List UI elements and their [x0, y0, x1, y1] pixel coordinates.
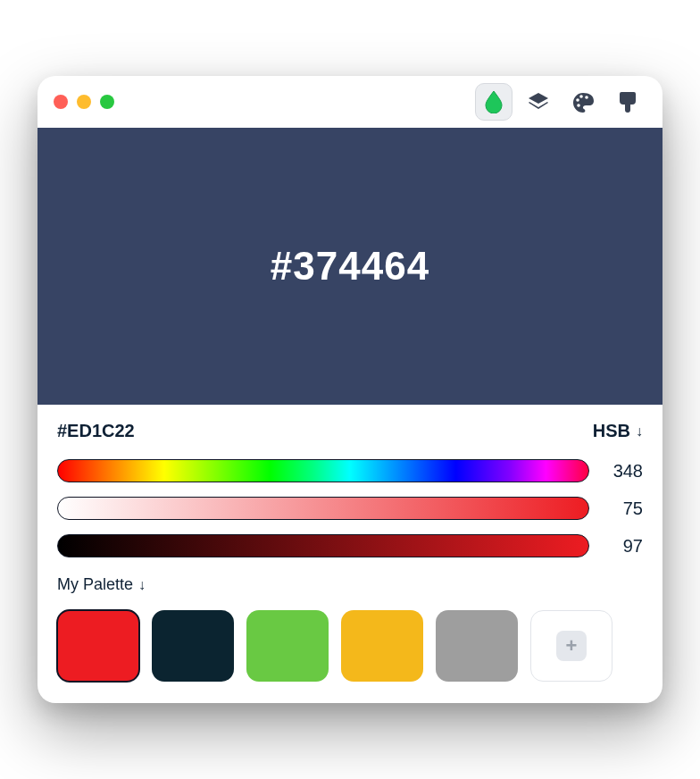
hue-slider[interactable]: [57, 459, 589, 482]
preview-hex-label: #374464: [271, 244, 429, 289]
brush-icon: [618, 90, 638, 113]
svg-point-1: [579, 95, 583, 98]
window-minimize-button[interactable]: [77, 95, 91, 109]
traffic-lights: [54, 95, 114, 109]
layers-icon: [527, 91, 550, 113]
brightness-slider[interactable]: [57, 534, 589, 557]
hue-value: 348: [605, 461, 643, 482]
tool-palette[interactable]: [564, 83, 602, 121]
palette-label: My Palette: [57, 575, 133, 594]
color-mode-select[interactable]: HSB ↓: [593, 421, 643, 441]
app-window: #374464 #ED1C22 HSB ↓ 348 75 97: [38, 76, 662, 703]
plus-icon: +: [556, 631, 587, 661]
swatch-1[interactable]: [152, 610, 234, 682]
saturation-row: 75: [57, 497, 643, 520]
tool-color-picker[interactable]: [475, 83, 512, 121]
color-mode-label: HSB: [593, 421, 630, 441]
svg-point-0: [576, 98, 579, 102]
swatch-0[interactable]: [57, 610, 139, 682]
brightness-row: 97: [57, 534, 643, 557]
swatch-4[interactable]: [436, 610, 518, 682]
add-swatch-button[interactable]: +: [530, 610, 612, 682]
color-preview: #374464: [38, 128, 662, 405]
picker-header: #ED1C22 HSB ↓: [57, 421, 643, 441]
hue-row: 348: [57, 459, 643, 482]
drop-icon: [484, 90, 504, 113]
swatch-3[interactable]: [341, 610, 423, 682]
chevron-down-icon: ↓: [138, 577, 146, 593]
tool-brush[interactable]: [609, 83, 646, 121]
current-hex[interactable]: #ED1C22: [57, 421, 135, 441]
window-close-button[interactable]: [54, 95, 68, 109]
titlebar: [38, 76, 662, 128]
window-zoom-button[interactable]: [100, 95, 114, 109]
chevron-down-icon: ↓: [636, 423, 643, 440]
saturation-slider[interactable]: [57, 497, 589, 520]
tool-layers[interactable]: [520, 83, 557, 121]
picker-panel: #ED1C22 HSB ↓ 348 75 97 My Palette ↓: [38, 405, 662, 703]
svg-point-2: [585, 96, 588, 99]
palette-select[interactable]: My Palette ↓: [57, 575, 643, 594]
brightness-value: 97: [605, 536, 643, 557]
palette-icon: [571, 91, 595, 113]
palette-swatches: +: [57, 610, 643, 682]
saturation-value: 75: [605, 498, 643, 519]
svg-point-3: [577, 104, 580, 107]
toolbar: [475, 83, 646, 121]
swatch-2[interactable]: [246, 610, 329, 682]
sliders: 348 75 97: [57, 459, 643, 557]
